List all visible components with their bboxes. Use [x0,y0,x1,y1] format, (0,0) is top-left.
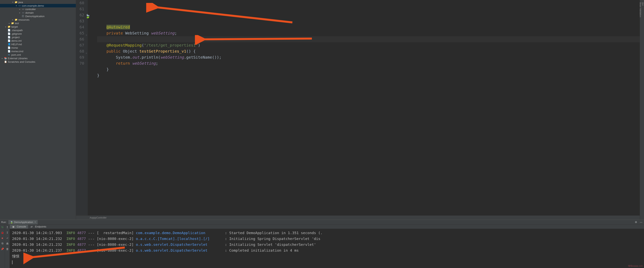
code-line[interactable]: @Autowired [97,24,644,30]
step-up-icon[interactable]: ↥ [6,225,9,229]
tree-item-label: domain [25,11,34,14]
fold-icon[interactable]: ⊟ [85,32,87,34]
chevron-right-icon[interactable]: ▸ [18,11,22,14]
minimize-icon[interactable]: — [639,221,643,224]
breadcrumb[interactable]: AopppController [76,215,644,220]
pin-icon[interactable]: 📌 [0,247,4,251]
close-icon[interactable]: ✕ [34,221,36,223]
code-line[interactable]: @RequestMapping("/test/get_properties1") [97,42,644,48]
layout-icon[interactable]: ⧉ [0,242,4,245]
run-subtab-label: Console [17,225,26,228]
package-icon: ▭ [22,7,24,11]
watermark: 憧憬aoppp.com [628,265,643,268]
gutter-line: 64 [76,24,84,30]
run-config-tab[interactable]: 🍃 DemoApplication ✕ [8,220,38,224]
gutter-line: 69 [76,54,84,60]
chevron-right-icon[interactable]: ▸ [8,22,11,24]
tree-item[interactable]: 📄.project [0,35,76,39]
code-line[interactable]: return webSetting; [97,60,644,66]
chevron-right-icon[interactable]: ▸ [18,8,22,10]
file-icon: 📄 [8,32,10,35]
log-line: 2020-01-30 14:24:21.237 INFO 4877 --- [n… [12,248,642,254]
run-toolbar-left: ↻🐞■⧉📌 [0,225,5,268]
tree-item-label: controller [25,8,36,11]
tree-item-label: Scratches and Consoles [8,60,35,63]
editor[interactable]: 606162🍃636465⊟666768⊟6970 @Autowired pri… [76,0,644,220]
gutter-line: 65⊟ [76,30,84,36]
tree-item[interactable]: ▸▭controller [0,7,76,11]
file-icon: 📄 [8,39,10,42]
code-line[interactable] [97,78,644,84]
tree-item[interactable]: 📋Scratches and Consoles [0,60,76,63]
rerun-icon[interactable]: ↻ [0,225,4,229]
stop-icon[interactable]: ■ [0,236,4,240]
tree-item[interactable]: 📘HELP.md [0,42,76,46]
gutter-line: 68⊟ [76,48,84,54]
code-line[interactable]: } [97,72,644,78]
scratch-icon: 📋 [4,60,7,63]
run-subtab[interactable]: ▣Console [10,225,28,229]
code-line[interactable]: private WebSetting webSetting; [97,30,644,36]
bug-icon[interactable]: 🐞 [0,231,4,234]
chevron-right-icon[interactable]: ▸ [1,57,4,60]
tree-item-label: External Libraries [8,57,28,60]
gutter-line: 67 [76,42,84,48]
file-icon: 📄 [8,29,10,32]
run-subtab[interactable]: ⇄Endpoints [28,225,48,229]
tree-item[interactable]: ▸📁target [0,25,76,28]
tree-item-label: .classpath [11,29,23,32]
code-line[interactable] [97,36,644,42]
tree-item[interactable]: ▾▭com.example.demo [0,4,76,7]
code-line[interactable] [97,18,644,24]
console-output[interactable]: 2020-01-30 14:24:17.903 INFO 4877 --- [ … [10,229,644,268]
print-icon[interactable]: 🖶 [6,242,9,245]
code-line[interactable]: public Object testGetProperties_v1() { [97,48,644,54]
right-stripe-item[interactable]: Ant [642,1,644,220]
tree-item[interactable]: ▸📁test [0,21,76,25]
gear-icon[interactable]: ⚙ [634,221,638,224]
project-tree[interactable]: ▾📁java▾▭com.example.demo▸▭controller▸▭do… [0,0,76,220]
tree-item[interactable]: ▾📁java [0,0,76,4]
tree-item-label: .gitignore [11,32,22,35]
run-title: Run: [0,221,8,224]
file-icon: 📄 [8,50,10,53]
tree-item[interactable]: 📄mvnw.cmd [0,49,76,53]
trash-icon[interactable]: 🗑 [6,247,9,251]
tree-item-label: DemoApplication [25,15,44,18]
tree-item[interactable]: ▸📁resources [0,18,76,21]
step-down-icon[interactable]: ↧ [6,231,9,234]
class-icon: Ⓒ [22,14,24,18]
tree-item[interactable]: 📄.gitignore [0,32,76,35]
chevron-right-icon[interactable]: ▸ [11,18,14,21]
tree-item[interactable]: 📄demo.iml [0,39,76,42]
tree-item-label: resources [18,18,30,21]
tree-item[interactable]: ▸📚External Libraries [0,56,76,60]
wrap-icon[interactable]: ⤶ [6,236,9,240]
gutter-line: 61 [76,6,84,12]
tree-item[interactable]: 📄.classpath [0,28,76,32]
editor-code[interactable]: @Autowired private WebSetting webSetting… [88,0,644,215]
maven-icon: m [8,53,10,56]
tree-item[interactable]: ▸▭domain [0,11,76,14]
right-tool-stripe[interactable]: AntBean Validation [640,0,644,220]
md-icon: 📘 [8,43,10,46]
tree-item[interactable]: 📄mvnw [0,46,76,49]
run-header: Run: 🍃 DemoApplication ✕ ⚙ — [0,220,644,225]
folder-icon: 📁 [14,0,18,4]
code-line[interactable]: } [97,66,644,72]
tree-item-label: .project [11,36,20,39]
tree-item[interactable]: ⒸDemoApplication [0,14,76,18]
endpoints-icon: ⇄ [30,225,33,228]
tree-item[interactable]: mpom.xml [0,53,76,56]
right-stripe-item[interactable]: Bean Validation [639,1,642,220]
code-line[interactable]: System.out.println(webSetting.getSiteNam… [97,54,644,60]
spring-icon: 🍃 [10,221,13,224]
fold-icon[interactable]: ⊟ [85,50,87,52]
file-icon: 📄 [8,46,10,49]
chevron-down-icon[interactable]: ▾ [15,4,18,7]
tree-item-label: com.example.demo [22,4,44,7]
chevron-down-icon[interactable]: ▾ [11,1,14,3]
editor-gutter: 606162🍃636465⊟666768⊟6970 [76,0,88,215]
chevron-right-icon[interactable]: ▸ [4,25,8,28]
run-subtab-label: Endpoints [35,225,46,228]
